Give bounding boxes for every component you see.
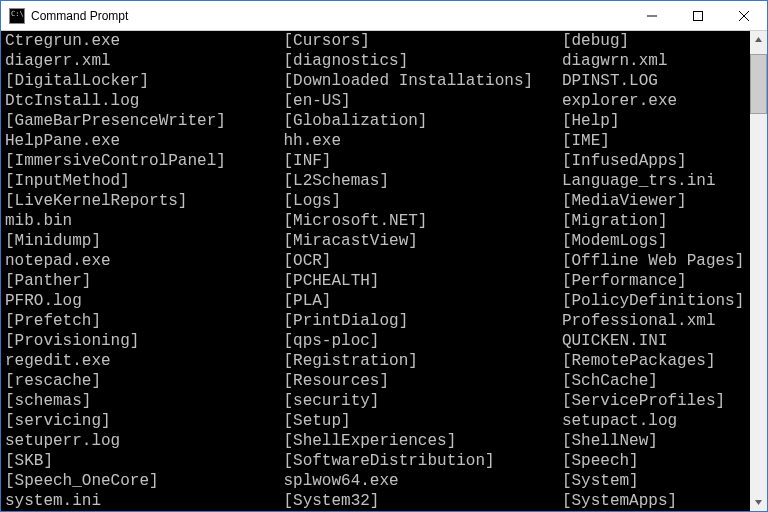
listing-cell: [rescache] bbox=[5, 371, 283, 391]
maximize-button[interactable] bbox=[675, 1, 721, 30]
listing-cell: Language_trs.ini bbox=[562, 171, 716, 191]
listing-row: HelpPane.exehh.exe[IME] bbox=[5, 131, 746, 151]
listing-row: mib.bin[Microsoft.NET][Migration] bbox=[5, 211, 746, 231]
titlebar[interactable]: Command Prompt bbox=[1, 1, 767, 31]
listing-cell: diagerr.xml bbox=[5, 51, 283, 71]
listing-cell: explorer.exe bbox=[562, 91, 677, 111]
listing-cell: [L2Schemas] bbox=[283, 171, 561, 191]
listing-row: [Provisioning][qps-ploc]QUICKEN.INI bbox=[5, 331, 746, 351]
listing-cell: [ShellNew] bbox=[562, 431, 658, 451]
listing-cell: [System] bbox=[562, 471, 639, 491]
terminal-output[interactable]: Ctregrun.exe[Cursors][debug]diagerr.xml[… bbox=[1, 31, 750, 511]
listing-cell: PFRO.log bbox=[5, 291, 283, 311]
listing-cell: [Panther] bbox=[5, 271, 283, 291]
listing-cell: [RemotePackages] bbox=[562, 351, 716, 371]
listing-cell: [ModemLogs] bbox=[562, 231, 668, 251]
listing-cell: [servicing] bbox=[5, 411, 283, 431]
svg-rect-0 bbox=[694, 11, 703, 20]
listing-cell: [schemas] bbox=[5, 391, 283, 411]
listing-cell: [Help] bbox=[562, 111, 620, 131]
listing-row: [Prefetch][PrintDialog]Professional.xml bbox=[5, 311, 746, 331]
listing-cell: DtcInstall.log bbox=[5, 91, 283, 111]
listing-cell: [InputMethod] bbox=[5, 171, 283, 191]
listing-cell: [System32] bbox=[283, 491, 561, 511]
listing-row: [servicing][Setup]setupact.log bbox=[5, 411, 746, 431]
listing-cell: [SchCache] bbox=[562, 371, 658, 391]
listing-cell: [SKB] bbox=[5, 451, 283, 471]
listing-cell: [LiveKernelReports] bbox=[5, 191, 283, 211]
listing-cell: DPINST.LOG bbox=[562, 71, 658, 91]
scroll-down-arrow[interactable] bbox=[750, 494, 767, 511]
listing-cell: [qps-ploc] bbox=[283, 331, 561, 351]
listing-cell: [debug] bbox=[562, 31, 629, 51]
listing-cell: [SystemApps] bbox=[562, 491, 677, 511]
listing-cell: [Speech] bbox=[562, 451, 639, 471]
vertical-scrollbar[interactable] bbox=[750, 31, 767, 511]
listing-cell: [Cursors] bbox=[283, 31, 561, 51]
listing-row: [rescache][Resources][SchCache] bbox=[5, 371, 746, 391]
listing-cell: [Downloaded Installations] bbox=[283, 71, 561, 91]
listing-row: setuperr.log[ShellExperiences][ShellNew] bbox=[5, 431, 746, 451]
listing-row: notepad.exe[OCR][Offline Web Pages] bbox=[5, 251, 746, 271]
listing-cell: [PolicyDefinitions] bbox=[562, 291, 744, 311]
listing-cell: [InfusedApps] bbox=[562, 151, 687, 171]
listing-cell: HelpPane.exe bbox=[5, 131, 283, 151]
listing-cell: [Performance] bbox=[562, 271, 687, 291]
command-prompt-window: Command Prompt Ctregrun.exe[Cursors][deb… bbox=[0, 0, 768, 512]
close-button[interactable] bbox=[721, 1, 767, 30]
listing-cell: [Minidump] bbox=[5, 231, 283, 251]
listing-cell: [PCHEALTH] bbox=[283, 271, 561, 291]
scroll-up-arrow[interactable] bbox=[750, 31, 767, 48]
listing-cell: [OCR] bbox=[283, 251, 561, 271]
listing-row: [SKB][SoftwareDistribution][Speech] bbox=[5, 451, 746, 471]
listing-cell: [PLA] bbox=[283, 291, 561, 311]
listing-row: [Speech_OneCore]splwow64.exe[System] bbox=[5, 471, 746, 491]
listing-row: [schemas][security][ServiceProfiles] bbox=[5, 391, 746, 411]
listing-cell: [PrintDialog] bbox=[283, 311, 561, 331]
listing-cell: [ImmersiveControlPanel] bbox=[5, 151, 283, 171]
listing-row: [GameBarPresenceWriter][Globalization][H… bbox=[5, 111, 746, 131]
listing-cell: QUICKEN.INI bbox=[562, 331, 668, 351]
listing-cell: setuperr.log bbox=[5, 431, 283, 451]
scroll-track[interactable] bbox=[750, 48, 767, 494]
listing-row: [Minidump][MiracastView][ModemLogs] bbox=[5, 231, 746, 251]
listing-cell: [Globalization] bbox=[283, 111, 561, 131]
listing-cell: [MiracastView] bbox=[283, 231, 561, 251]
listing-cell: [ShellExperiences] bbox=[283, 431, 561, 451]
listing-cell: mib.bin bbox=[5, 211, 283, 231]
listing-cell: [Registration] bbox=[283, 351, 561, 371]
listing-cell: [en-US] bbox=[283, 91, 561, 111]
listing-row: [ImmersiveControlPanel][INF][InfusedApps… bbox=[5, 151, 746, 171]
listing-cell: diagwrn.xml bbox=[562, 51, 668, 71]
command-prompt-icon bbox=[9, 8, 25, 24]
listing-cell: [INF] bbox=[283, 151, 561, 171]
listing-row: regedit.exe[Registration][RemotePackages… bbox=[5, 351, 746, 371]
listing-row: [InputMethod][L2Schemas]Language_trs.ini bbox=[5, 171, 746, 191]
listing-cell: [diagnostics] bbox=[283, 51, 561, 71]
minimize-button[interactable] bbox=[629, 1, 675, 30]
listing-cell: [Setup] bbox=[283, 411, 561, 431]
listing-cell: hh.exe bbox=[283, 131, 561, 151]
listing-cell: [DigitalLocker] bbox=[5, 71, 283, 91]
listing-cell: [Logs] bbox=[283, 191, 561, 211]
scroll-thumb[interactable] bbox=[750, 54, 767, 114]
listing-row: Ctregrun.exe[Cursors][debug] bbox=[5, 31, 746, 51]
listing-cell: Ctregrun.exe bbox=[5, 31, 283, 51]
listing-cell: [SoftwareDistribution] bbox=[283, 451, 561, 471]
listing-cell: [MediaViewer] bbox=[562, 191, 687, 211]
listing-cell: Professional.xml bbox=[562, 311, 716, 331]
listing-cell: regedit.exe bbox=[5, 351, 283, 371]
client-area: Ctregrun.exe[Cursors][debug]diagerr.xml[… bbox=[1, 31, 767, 511]
listing-cell: [Resources] bbox=[283, 371, 561, 391]
listing-cell: system.ini bbox=[5, 491, 283, 511]
listing-row: DtcInstall.log[en-US]explorer.exe bbox=[5, 91, 746, 111]
listing-cell: splwow64.exe bbox=[283, 471, 561, 491]
listing-row: [Panther][PCHEALTH][Performance] bbox=[5, 271, 746, 291]
listing-row: PFRO.log[PLA][PolicyDefinitions] bbox=[5, 291, 746, 311]
listing-row: system.ini[System32][SystemApps] bbox=[5, 491, 746, 511]
listing-row: [DigitalLocker][Downloaded Installations… bbox=[5, 71, 746, 91]
listing-cell: [Speech_OneCore] bbox=[5, 471, 283, 491]
listing-cell: [Microsoft.NET] bbox=[283, 211, 561, 231]
window-title: Command Prompt bbox=[31, 9, 128, 23]
listing-row: [LiveKernelReports][Logs][MediaViewer] bbox=[5, 191, 746, 211]
